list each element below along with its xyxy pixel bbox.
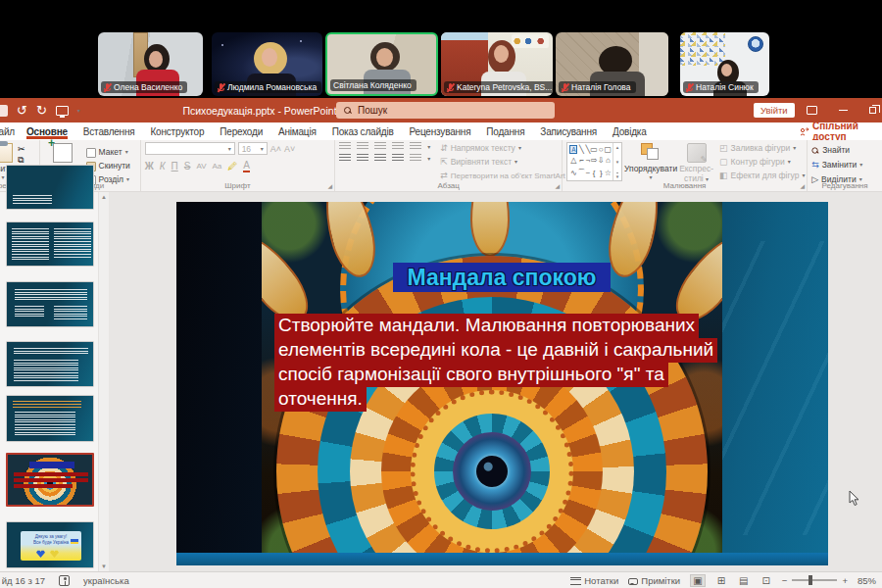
participant-tile[interactable]: Наталія Синюк <box>680 32 769 96</box>
search-box[interactable]: Пошук <box>336 102 555 119</box>
tab-insert[interactable]: Вставлення <box>75 126 143 137</box>
replace-icon: ⇆ <box>811 161 819 170</box>
tab-record[interactable]: Записування <box>532 126 605 137</box>
slide-thumbnail[interactable] <box>6 165 94 210</box>
zoom-in-icon[interactable]: + <box>842 575 848 586</box>
participant-name: Наталія Голова <box>571 82 631 92</box>
slide-thumbnail[interactable] <box>6 341 94 387</box>
tab-slideshow[interactable]: Показ слайдів <box>324 126 402 137</box>
share-button[interactable]: Спільний доступ <box>800 122 882 140</box>
save-icon[interactable] <box>0 105 8 117</box>
change-case-icon: Aa <box>213 162 222 171</box>
participant-name-badge: Світлана Коляденко <box>330 79 416 91</box>
zoom-slider[interactable]: − + <box>782 575 848 586</box>
justify-icon[interactable] <box>392 154 404 163</box>
slideshow-view-button[interactable]: ⊡ <box>760 575 771 586</box>
language-indicator[interactable]: українська <box>83 575 129 586</box>
arrange-button[interactable]: Упорядкувати ▾ <box>628 142 673 181</box>
tab-review[interactable]: Рецензування <box>402 126 479 137</box>
slide-body-line: спосіб гармонізації свого внутрішнього "… <box>274 363 668 387</box>
ribbon: Вставити ▾ ✂ ⧉ 🖉 Буфер обміну ◢ С <box>0 140 882 192</box>
customize-qat-icon[interactable]: ▾ <box>77 107 80 114</box>
organization-logo <box>748 36 763 52</box>
tab-home[interactable]: Основне <box>19 126 75 137</box>
quick-styles-button: Експрес- стилі ▾ <box>679 142 713 184</box>
start-slideshow-icon[interactable] <box>56 106 69 116</box>
cut-icon[interactable]: ✂ <box>18 145 26 154</box>
titlebar: ↺ ↻ ▾ Психоедукація.pptx - PowerPoint По… <box>0 98 882 122</box>
align-left-icon[interactable] <box>339 154 351 163</box>
copy-icon[interactable]: ⧉ <box>18 156 26 165</box>
restore-icon[interactable] <box>869 107 876 114</box>
participant-name-badge: Kateryna Petrovska, BS... <box>444 81 553 93</box>
align-right-icon[interactable] <box>374 154 386 163</box>
mic-off-icon <box>686 83 693 92</box>
redo-icon[interactable]: ↻ <box>36 104 47 117</box>
shrink-font-icon: A˅ <box>284 144 295 154</box>
participant-tile-active-speaker[interactable]: Світлана Коляденко <box>325 32 438 96</box>
paragraph-dialog-launcher[interactable]: ◢ <box>556 182 561 189</box>
layout-button[interactable]: Макет ▾ <box>86 146 130 159</box>
paste-icon <box>0 143 13 163</box>
replace-button[interactable]: ⇆Замінити ▾ <box>811 159 878 172</box>
signin-button[interactable]: Увійти <box>754 103 795 118</box>
zoom-level[interactable]: 85% <box>858 575 876 586</box>
scroll-down-icon[interactable]: ▼ <box>101 564 107 569</box>
document-title: Психоедукація.pptx - PowerPoint <box>152 98 368 122</box>
participant-tile[interactable]: Наталія Голова <box>556 32 668 96</box>
normal-view-button[interactable]: ▣ <box>690 574 705 587</box>
participant-name: Kateryna Petrovska, BS... <box>457 82 552 92</box>
ribbon-display-options-icon[interactable] <box>807 106 817 115</box>
undo-icon[interactable]: ↺ <box>17 104 27 117</box>
slide-canvas[interactable]: Мандала спокою Створюйте мандали. Малюва… <box>176 202 828 565</box>
search-placeholder: Пошук <box>358 105 387 116</box>
drawing-dialog-launcher[interactable]: ◢ <box>801 182 806 189</box>
align-text-button: ⇱Вирівняти текст ▾ <box>440 156 571 169</box>
slide-thumbnail[interactable] <box>6 395 94 442</box>
slide-thumbnail[interactable] <box>6 281 94 327</box>
slide-number-indicator[interactable]: Слайд 16 з 17 <box>2 575 45 586</box>
shapes-gallery-scroll[interactable]: ▴▾▾ <box>612 143 621 180</box>
thumbnail-scrollbar[interactable]: ▲ ▼ <box>98 192 109 571</box>
slide-thumbnail[interactable] <box>6 221 94 267</box>
thankyou-mini-slide: Дякую за увагу! Все буде Україна <box>21 531 81 561</box>
tab-view[interactable]: Подання <box>478 126 532 137</box>
tab-file[interactable]: Файл <box>0 126 15 137</box>
accessibility-checker-icon[interactable] <box>59 575 70 586</box>
tab-animations[interactable]: Анімація <box>270 126 324 137</box>
slide-thumbnail-selected[interactable] <box>6 453 94 507</box>
comments-toggle[interactable]: Примітки <box>628 575 680 586</box>
mouse-cursor <box>849 490 860 507</box>
ukraine-flag-icon <box>71 539 78 544</box>
tab-help[interactable]: Довідка <box>605 126 655 137</box>
participant-tile[interactable]: Олена Василенко <box>98 32 203 96</box>
slide-thumbnail[interactable]: Дякую за увагу! Все буде Україна <box>6 521 94 568</box>
participant-name: Наталія Синюк <box>696 82 754 92</box>
find-button[interactable]: Знайти <box>811 144 878 157</box>
share-icon <box>800 127 808 136</box>
find-icon <box>812 147 819 154</box>
align-center-icon[interactable] <box>357 154 368 163</box>
minimize-icon[interactable] <box>839 110 848 112</box>
shape-fill-button: ◰Заливка фігури ▾ <box>719 142 806 155</box>
textbox-shape-icon: A <box>569 145 577 154</box>
shapes-gallery[interactable]: A╲╲▭○▢ △⌐¬⇨⇩⌂ ∿⌒~{}☆ ▴▾▾ <box>566 142 622 181</box>
slide-body-textbox[interactable]: Створюйте мандали. Малювання повторювани… <box>274 314 706 412</box>
slide-sorter-view-button[interactable]: ⊞ <box>715 575 727 586</box>
slide-title-textbox[interactable]: Мандала спокою <box>393 263 611 292</box>
mic-off-icon <box>218 83 224 92</box>
tab-design[interactable]: Конструктор <box>142 126 212 137</box>
font-dialog-launcher[interactable]: ◢ <box>328 182 333 189</box>
tab-transitions[interactable]: Переходи <box>212 126 270 137</box>
slide-body-line: оточення. <box>274 387 367 412</box>
zoom-out-icon[interactable]: − <box>782 575 788 586</box>
italic-button: К <box>160 161 166 172</box>
reading-view-button[interactable]: ▤ <box>737 575 750 586</box>
notes-toggle[interactable]: Нотатки <box>570 575 618 586</box>
participant-tile[interactable]: Kateryna Petrovska, BS... <box>441 32 553 96</box>
character-spacing-icon: AV <box>196 162 206 171</box>
zoom-slider-handle[interactable] <box>808 575 812 585</box>
participant-tile[interactable]: Людмила Романовська <box>212 32 322 96</box>
participant-name-badge: Наталія Синюк <box>683 81 759 93</box>
scroll-up-icon[interactable]: ▲ <box>101 194 107 200</box>
